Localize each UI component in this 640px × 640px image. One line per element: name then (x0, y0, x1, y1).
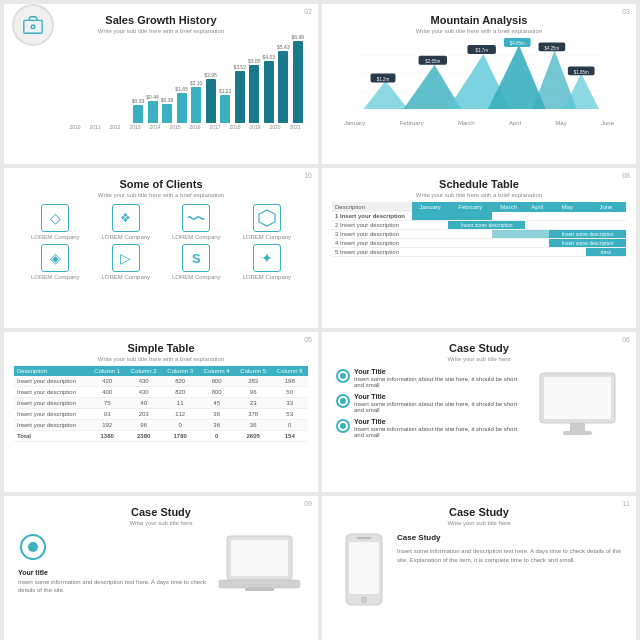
mountain-svg: $1.2m $2.65m $3.7m $4.65m $4.25m $1.85m (344, 38, 614, 118)
case-dot (336, 369, 350, 383)
case-items: Your Title Insert some information about… (336, 368, 524, 443)
bar-group: $3.85 (248, 58, 261, 123)
schedule-table: Description January February March April… (332, 202, 626, 257)
circle-icon (18, 532, 48, 562)
schedule-table-card: 08 Schedule Table Write your sub title h… (322, 168, 636, 328)
case-dot (336, 394, 350, 408)
case-study-3-title: Case Study (332, 506, 626, 518)
svg-text:$2.65m: $2.65m (425, 59, 440, 64)
clients-grid: ◇ LOREM Company ❖ LOREM Company LOREM Co… (14, 202, 308, 282)
phone-icon (344, 532, 384, 607)
case-study-2-subtitle: Write your sub title here (14, 520, 308, 526)
mountain-chart: $1.2m $2.65m $3.7m $4.65m $4.25m $1.85m … (332, 38, 626, 133)
case-text: Your Title Insert some information about… (354, 393, 524, 413)
bar-group: $0.33 (132, 98, 145, 123)
schedule-row: 4 Insert your description Insert some de… (332, 239, 626, 248)
client-logo: ▷ (112, 244, 140, 272)
sch-header-apr: April (525, 202, 549, 212)
client-item: ◇ LOREM Company (22, 204, 89, 240)
schedule-row: 2 Insert your description Insert some de… (332, 221, 626, 230)
svg-rect-38 (357, 537, 371, 539)
clients-title: Some of Clients (14, 178, 308, 190)
laptop-wrap (214, 532, 304, 602)
mountain-analysis-subtitle: Write your sub title here with a brief e… (332, 28, 626, 34)
svg-text:$3.7m: $3.7m (475, 48, 488, 53)
table-row: Insert your description 754011452333 (14, 398, 308, 409)
st-header-c6: Column 6 (271, 366, 308, 376)
client-item: ◈ LOREM Company (22, 244, 89, 280)
client-item: ▷ LOREM Company (93, 244, 160, 280)
client-item: LOREM Company (163, 204, 230, 240)
schedule-table-title: Schedule Table (332, 178, 626, 190)
case-study-3-desc: Case Study Insert some information and d… (397, 532, 622, 607)
phone-wrap (336, 532, 391, 607)
case-study-2-title: Case Study (14, 506, 308, 518)
monitor-wrap (532, 368, 622, 443)
table-row: Insert your description 19296036360 (14, 420, 308, 431)
case-study-1-title: Case Study (332, 342, 626, 354)
case-study-2-desc: Your title Insert some information and d… (18, 532, 208, 602)
mountain-analysis-title: Mountain Analysis (332, 14, 626, 26)
st-header-c5: Column 5 (235, 366, 272, 376)
slide-num-2: 03 (622, 8, 630, 15)
sales-icon (12, 4, 54, 46)
svg-rect-34 (245, 588, 274, 591)
schedule-row: 3 Insert your description Insert some de… (332, 230, 626, 239)
sch-header-jun: June (586, 202, 626, 212)
mountain-x-labels: January February March April May June (344, 120, 614, 126)
schedule-table-subtitle: Write your sub title here with a brief e… (332, 192, 626, 198)
laptop-icon (217, 532, 302, 602)
bar-group: $0.44 (146, 94, 159, 123)
simple-table-subtitle: Write your sub title here with a brief e… (14, 356, 308, 362)
simple-table-title: Simple Table (14, 342, 308, 354)
table-row: Insert your description 4004308208009650 (14, 387, 308, 398)
case-study-content: Your Title Insert some information about… (332, 366, 626, 445)
svg-rect-26 (544, 377, 611, 419)
sales-growth-card: 02 Sales Growth History Write your sub t… (4, 4, 318, 164)
client-logo (182, 204, 210, 232)
bar-group: $6.99 (291, 34, 304, 123)
bar-group: $1.65 (175, 86, 188, 123)
bar-group: $4.03 (262, 54, 275, 123)
st-header-c2: Column 2 (125, 366, 162, 376)
st-header-c1: Column 1 (89, 366, 126, 376)
client-logo: ❖ (112, 204, 140, 232)
svg-marker-6 (363, 81, 407, 109)
slide-num-8: 11 (622, 500, 630, 507)
case-item: Your Title Insert some information about… (336, 368, 524, 388)
slide-num-7: 09 (304, 500, 312, 507)
svg-rect-32 (231, 540, 288, 576)
case-study-monitor-card: 06 Case Study Write your sub title here … (322, 332, 636, 492)
svg-rect-0 (24, 20, 42, 33)
bar-group: $3.52 (233, 64, 246, 123)
svg-rect-36 (349, 542, 379, 594)
table-row: Insert your description 932031123637853 (14, 409, 308, 420)
slide-num-6: 06 (622, 336, 630, 343)
bar-group: $2.10 (190, 80, 203, 123)
mountain-analysis-card: 03 Mountain Analysis Write your sub titl… (322, 4, 636, 164)
svg-rect-27 (570, 423, 585, 431)
schedule-row: 5 Insert your description desc (332, 248, 626, 257)
bar-group: $2.95 (204, 72, 217, 123)
svg-rect-28 (563, 431, 592, 435)
case-study-3-content: Case Study Insert some information and d… (332, 530, 626, 609)
slide-num-4: 08 (622, 172, 630, 179)
sch-header-may: May (549, 202, 586, 212)
main-grid: 02 Sales Growth History Write your sub t… (0, 0, 640, 640)
client-logo (253, 204, 281, 232)
case-study-2-content: Your title Insert some information and d… (14, 530, 308, 604)
bar-group: $0.38 (161, 97, 174, 123)
simple-table-card: 05 Simple Table Write your sub title her… (4, 332, 318, 492)
svg-text:$1.85m: $1.85m (574, 70, 589, 75)
svg-text:$4.65m: $4.65m (510, 41, 525, 46)
sales-growth-subtitle: Write your sub title here with a brief e… (14, 28, 308, 34)
schedule-row: 1 Insert your description (332, 212, 626, 221)
st-header-c4: Column 4 (198, 366, 235, 376)
monitor-icon (535, 368, 620, 443)
sch-header-mar: March (492, 202, 525, 212)
slide-num-5: 05 (304, 336, 312, 343)
table-row: Insert your description 4204308208002831… (14, 376, 308, 387)
case-text: Your Title Insert some information about… (354, 368, 524, 388)
st-header-desc: Description (14, 366, 89, 376)
sales-growth-title: Sales Growth History (14, 14, 308, 26)
